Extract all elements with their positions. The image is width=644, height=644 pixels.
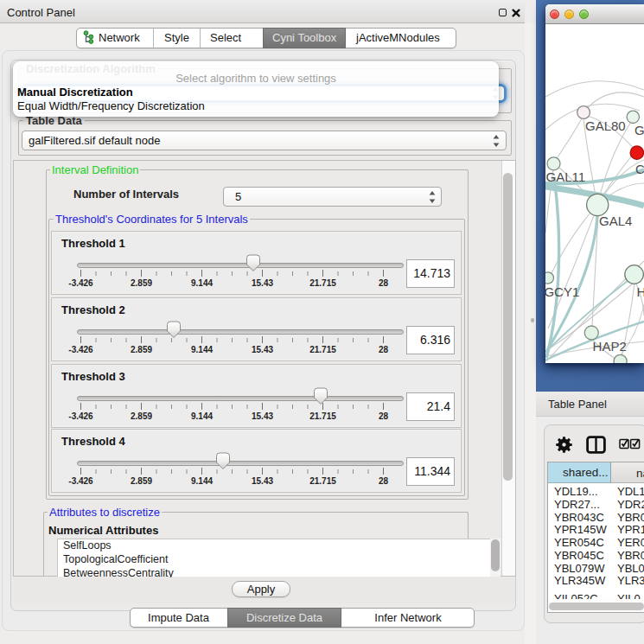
svg-text:GAL4: GAL4 (599, 214, 632, 228)
svg-text:C: C (635, 162, 644, 176)
svg-text:GA: GA (634, 123, 644, 137)
svg-text:GAL11: GAL11 (546, 169, 586, 184)
svg-text:GAL80: GAL80 (585, 118, 626, 133)
svg-text:HAP2: HAP2 (593, 339, 627, 354)
svg-text:GCY1: GCY1 (545, 284, 579, 299)
svg-text:H: H (636, 284, 644, 299)
